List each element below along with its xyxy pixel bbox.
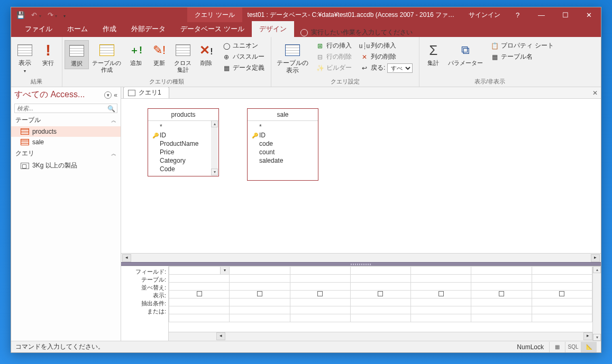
grid-cell[interactable]: ▾ [169, 267, 230, 275]
grid-cell[interactable] [169, 306, 230, 314]
checkbox[interactable] [317, 291, 323, 296]
table-products-box[interactable]: products * 🔑ID ProductName Price Categor… [148, 108, 219, 176]
field-row[interactable]: * [150, 123, 216, 131]
grid-cell[interactable] [350, 267, 410, 275]
totals-button[interactable]: Σ 集計 [422, 40, 445, 68]
showtable-icon [285, 44, 300, 56]
nav-item-sale[interactable]: sale [11, 137, 121, 147]
view-button[interactable]: 表示▾ [13, 40, 36, 75]
table-names-button[interactable]: ▦テーブル名 [488, 51, 555, 62]
make-table-button[interactable]: テーブルの 作成 [89, 40, 124, 74]
doc-tab-query1[interactable]: クエリ1 [123, 87, 169, 98]
builder-button[interactable]: ✨ビルダー [314, 62, 354, 73]
insert-rows-button[interactable]: ⊞行の挿入 [314, 40, 354, 51]
checkbox[interactable] [257, 291, 262, 296]
tab-file[interactable]: ファイル [17, 21, 60, 37]
tab-database-tools[interactable]: データベース ツール [173, 21, 252, 37]
signin-link[interactable]: サインイン [463, 11, 506, 20]
table-sale-box[interactable]: sale * 🔑ID code count saledate [247, 108, 318, 181]
view-datasheet-button[interactable]: ▦ [549, 342, 565, 352]
checkbox[interactable] [197, 291, 202, 296]
checkbox[interactable] [559, 291, 564, 296]
maximize-button[interactable]: ☐ [553, 7, 577, 22]
nav-title[interactable]: すべての Access... [14, 89, 102, 100]
tab-external-data[interactable]: 外部データ [124, 21, 173, 37]
view-design-button[interactable]: 📐 [581, 342, 597, 352]
upper-hscroll[interactable]: ◂▸ [121, 253, 601, 262]
grid-cell[interactable] [169, 283, 230, 291]
qat-customize-icon[interactable]: ▾ [63, 11, 66, 19]
window-title: test01 : データベース- C:¥data¥test01.accdb (A… [248, 11, 455, 20]
grid-cell[interactable] [290, 267, 350, 275]
field-row[interactable]: saledate [250, 156, 316, 165]
grid-hscroll[interactable]: ◂▸ [169, 332, 592, 341]
minimize-button[interactable]: ― [529, 7, 553, 22]
crosstab-button[interactable]: クロス 集計 [171, 40, 195, 74]
field-row[interactable]: code [250, 139, 316, 148]
doc-close-button[interactable]: ✕ [592, 89, 598, 97]
passthrough-button[interactable]: ⊕パススルー [220, 51, 267, 62]
field-row[interactable]: Category [150, 156, 216, 165]
field-row[interactable]: 🔑ID [150, 131, 216, 139]
tell-me-search[interactable]: 実行したい作業を入力してください [294, 28, 419, 37]
return-rows-control[interactable]: ↩戻る: すべて [358, 62, 415, 73]
grid-cell[interactable] [169, 314, 230, 322]
grid-cell[interactable] [230, 267, 290, 275]
query-grid[interactable]: ▾ ◂▸ [169, 266, 592, 341]
nav-collapse-icon[interactable]: « [114, 91, 117, 99]
delete-columns-button[interactable]: ✕列の削除 [358, 51, 415, 62]
nav-group-queries[interactable]: クエリ︽ [11, 147, 121, 160]
delete-rows-button[interactable]: ⊟行の削除 [314, 51, 354, 62]
select-query-button[interactable]: 選択 [65, 40, 89, 69]
undo-icon[interactable]: ↶ ▾ [31, 11, 41, 19]
nav-group-tables[interactable]: テーブル︽ [11, 114, 121, 126]
field-row[interactable]: * [250, 123, 316, 131]
delete-query-button[interactable]: ✕! 削除 [195, 40, 218, 68]
nav-dropdown-icon[interactable]: ▾ [104, 91, 112, 99]
data-definition-button[interactable]: ▦データ定義 [220, 62, 267, 73]
field-row[interactable]: Price [150, 148, 216, 156]
table-icon [21, 139, 29, 145]
tab-create[interactable]: 作成 [95, 21, 124, 37]
nav-search-input[interactable] [14, 104, 117, 113]
grid-vscroll[interactable]: ▴▾ [592, 266, 601, 341]
property-sheet-button[interactable]: 📋プロパティ シート [488, 40, 555, 51]
query-tab-icon [128, 90, 135, 96]
append-button[interactable]: ＋! 追加 [124, 40, 148, 68]
view-sql-button[interactable]: SQL [565, 342, 581, 352]
grid-cell[interactable] [169, 291, 230, 298]
run-button[interactable]: ! 実行 [36, 40, 60, 68]
parameters-button[interactable]: ⧉ パラメーター [445, 40, 486, 68]
checkbox[interactable] [499, 291, 504, 296]
field-row[interactable]: count [250, 148, 316, 156]
field-row[interactable]: ProductName [150, 139, 216, 148]
search-icon[interactable]: 🔍 [107, 105, 115, 113]
pane-splitter[interactable] [121, 262, 601, 266]
table-scroll[interactable]: ▴▾ [211, 120, 218, 175]
tab-design[interactable]: デザイン [252, 21, 294, 37]
union-button[interactable]: ◯ユニオン [220, 40, 267, 51]
nav-item-products[interactable]: products [11, 126, 121, 137]
show-table-button[interactable]: テーブルの 表示 [273, 40, 312, 76]
close-button[interactable]: ✕ [577, 7, 601, 22]
grid-cell[interactable] [471, 267, 532, 275]
lightbulb-icon [300, 29, 308, 36]
checkbox[interactable] [439, 291, 444, 296]
grid-cell[interactable] [169, 298, 230, 306]
field-row[interactable]: 🔑ID [250, 131, 316, 139]
dropdown-icon[interactable]: ▾ [220, 267, 229, 274]
redo-icon[interactable]: ↷ ▾ [48, 11, 58, 19]
field-row[interactable]: Code [150, 165, 216, 173]
save-icon[interactable]: 💾 [16, 11, 25, 19]
help-button[interactable]: ? [506, 7, 529, 22]
tab-home[interactable]: ホーム [60, 21, 95, 37]
grid-cell[interactable] [532, 267, 592, 275]
update-button[interactable]: ✎! 更新 [148, 40, 171, 68]
return-select[interactable]: すべて [387, 63, 413, 73]
table-diagram-pane[interactable]: products * 🔑ID ProductName Price Categor… [121, 99, 601, 253]
checkbox[interactable] [378, 291, 383, 296]
nav-item-query1[interactable]: 3Kg 以上の製品 [11, 160, 121, 172]
grid-cell[interactable] [411, 267, 471, 275]
grid-cell[interactable] [169, 275, 230, 283]
insert-columns-button[interactable]: u┊u列の挿入 [358, 40, 415, 51]
